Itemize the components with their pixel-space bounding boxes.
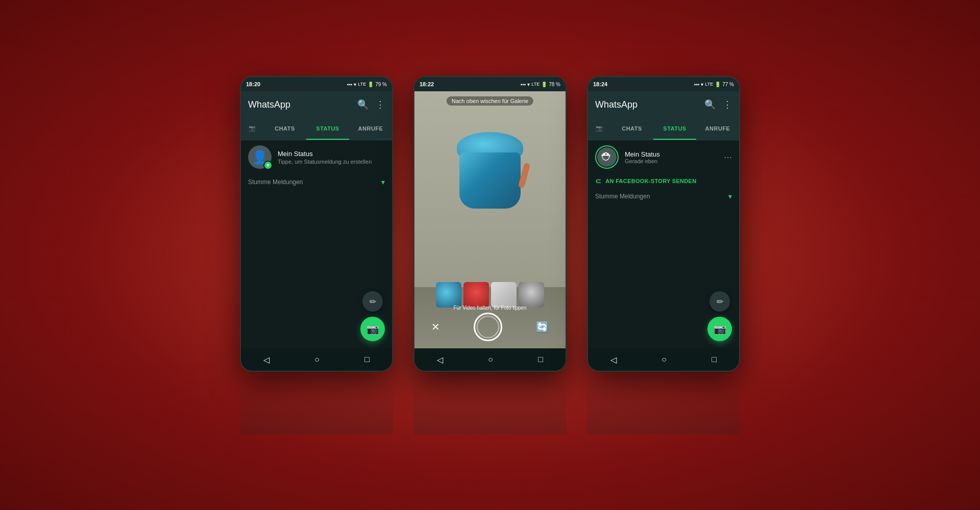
thumb-red[interactable] [463, 282, 489, 308]
camera-controls: ✕ 🔄 [414, 313, 566, 341]
app-bar-left: WhatsApp 🔍 ⋮ [241, 91, 392, 118]
status-icons-left: ▪▪▪ ▾ LTE 🔋 79 % [347, 82, 387, 87]
tab-camera-left[interactable]: 📷 [241, 118, 263, 140]
camera-tab-icon-right: 📷 [596, 125, 603, 132]
content-right: ⛑ Mein Status Gerade eben ⋯ ⊂ AN FACEBOO… [588, 140, 739, 348]
phone-right-wrapper: 18:24 ▪▪▪ ▾ LTE 🔋 77 % WhatsApp 🔍 ⋮ 📷 CH [587, 76, 740, 434]
phone-right: 18:24 ▪▪▪ ▾ LTE 🔋 77 % WhatsApp 🔍 ⋮ 📷 CH [587, 76, 740, 372]
app-bar-icons-left: 🔍 ⋮ [357, 99, 385, 110]
tab-anrufe-right[interactable]: ANRUFE [696, 118, 739, 140]
recents-btn-right[interactable]: □ [712, 355, 717, 364]
camera-view[interactable]: Nach oben wischen für Galerie Für Video … [414, 91, 566, 348]
nav-bar-right: ◁ ○ □ [588, 348, 739, 371]
stool-body [459, 152, 521, 209]
nav-bar-left: ◁ ○ □ [241, 348, 392, 371]
status-icons-right: ▪▪▪ ▾ LTE 🔋 77 % [694, 82, 734, 87]
camera-tab-icon-left: 📷 [249, 125, 256, 132]
tab-chats-right[interactable]: CHATS [610, 118, 653, 140]
back-btn-left[interactable]: ◁ [263, 355, 270, 365]
tab-anrufe-left[interactable]: ANRUFE [349, 118, 392, 140]
fab-pencil-right[interactable]: ✏ [709, 291, 730, 312]
phone-left-reflection [240, 373, 393, 434]
muted-section-left[interactable]: Stumme Meldungen ▾ [241, 174, 392, 190]
shutter-inner [477, 316, 499, 338]
thumb-white[interactable] [491, 282, 517, 308]
tabs-left: 📷 CHATS STATUS ANRUFE [241, 118, 392, 140]
lte-icon: LTE [358, 82, 366, 87]
swipe-hint: Nach oben wischen für Galerie [447, 96, 533, 106]
status-icons-middle: ▪▪▪ ▾ LTE 🔋 78 % [521, 82, 560, 87]
flash-icon[interactable]: ✕ [431, 321, 440, 333]
chevron-icon-right: ▾ [728, 192, 732, 200]
app-bar-right: WhatsApp 🔍 ⋮ [588, 91, 739, 118]
status-bar-right: 18:24 ▪▪▪ ▾ LTE 🔋 77 % [588, 77, 739, 91]
phone-middle: 18:22 ▪▪▪ ▾ LTE 🔋 78 % [413, 76, 567, 372]
battery-pct-middle: 78 % [549, 82, 560, 87]
status-name-right: Mein Status [625, 150, 718, 158]
phone-left-wrapper: 18:20 ▪▪▪ ▾ LTE 🔋 79 % WhatsApp 🔍 ⋮ 📷 CH [240, 76, 393, 434]
phone-middle-wrapper: 18:22 ▪▪▪ ▾ LTE 🔋 78 % [413, 76, 567, 434]
video-hint: Für Video halten, für Foto tippen [453, 305, 526, 311]
battery-pct-right: 77 % [722, 82, 734, 87]
lte-icon-m: LTE [531, 82, 540, 87]
time-right: 18:24 [593, 81, 607, 87]
recents-btn-left[interactable]: □ [364, 355, 370, 364]
status-bar-left: 18:20 ▪▪▪ ▾ LTE 🔋 79 % [241, 77, 392, 91]
home-btn-left[interactable]: ○ [314, 355, 320, 364]
app-bar-icons-right: 🔍 ⋮ [704, 99, 732, 110]
phone-left: 18:20 ▪▪▪ ▾ LTE 🔋 79 % WhatsApp 🔍 ⋮ 📷 CH [240, 76, 393, 372]
recents-btn-middle[interactable]: □ [538, 355, 543, 364]
phone-middle-reflection [413, 373, 567, 434]
thumb-gray[interactable] [519, 282, 544, 308]
fab-area-right: ✏ 📷 [707, 291, 732, 341]
avatar-inner-right: ⛑ [597, 147, 617, 167]
battery-icon-r: 🔋 [715, 82, 721, 87]
wifi-icon: ▾ [354, 82, 356, 87]
muted-section-right[interactable]: Stumme Meldungen ▾ [588, 188, 739, 205]
signal-icon-m: ▪▪▪ [521, 82, 526, 87]
flip-camera-icon[interactable]: 🔄 [536, 321, 549, 333]
battery-pct-left: 79 % [375, 82, 387, 87]
add-status-btn-left[interactable]: + [263, 161, 273, 170]
fb-link-label: AN FACEBOOK-STORY SENDEN [605, 178, 696, 184]
content-left: 👤 + Mein Status Tippe, um Statusmeldung … [241, 140, 392, 348]
status-text-left: Mein Status Tippe, um Statusmeldung zu e… [278, 150, 372, 165]
signal-icon-r: ▪▪▪ [694, 82, 700, 87]
thumb-blue[interactable] [436, 282, 461, 308]
my-status-item-right[interactable]: ⛑ Mein Status Gerade eben ⋯ [588, 140, 739, 174]
status-subtitle-left: Tippe, um Statusmeldung zu erstellen [278, 159, 372, 165]
shutter-btn[interactable] [474, 313, 502, 341]
home-btn-right[interactable]: ○ [662, 355, 667, 364]
lte-icon-r: LTE [705, 82, 713, 87]
menu-icon-left[interactable]: ⋮ [376, 99, 385, 110]
stool [457, 132, 523, 214]
menu-icon-right[interactable]: ⋮ [723, 99, 732, 110]
tab-camera-right[interactable]: 📷 [588, 118, 610, 140]
fab-camera-left[interactable]: 📷 [360, 317, 385, 341]
phone-right-reflection [587, 373, 740, 434]
battery-icon-m: 🔋 [541, 82, 547, 87]
my-status-item-left[interactable]: 👤 + Mein Status Tippe, um Statusmeldung … [241, 140, 392, 174]
back-btn-middle[interactable]: ◁ [437, 355, 443, 365]
fb-story-link[interactable]: ⊂ AN FACEBOOK-STORY SENDEN [588, 174, 739, 188]
home-btn-middle[interactable]: ○ [488, 355, 493, 364]
avatar-wrap-left: 👤 + [248, 145, 272, 169]
app-title-left: WhatsApp [248, 99, 290, 110]
dots-icon-right[interactable]: ⋯ [724, 152, 732, 162]
app-title-right: WhatsApp [595, 99, 638, 110]
search-icon-right[interactable]: 🔍 [704, 99, 716, 110]
helmet-icon: ⛑ [601, 150, 612, 164]
tab-chats-left[interactable]: CHATS [263, 118, 306, 140]
back-btn-right[interactable]: ◁ [610, 355, 617, 365]
signal-icon: ▪▪▪ [347, 82, 353, 87]
share-icon: ⊂ [595, 177, 601, 185]
fab-camera-right[interactable]: 📷 [707, 317, 732, 341]
battery-icon: 🔋 [368, 82, 374, 87]
tab-status-right[interactable]: STATUS [653, 118, 696, 140]
search-icon-left[interactable]: 🔍 [357, 99, 369, 110]
fab-pencil-left[interactable]: ✏ [362, 291, 383, 312]
status-subtitle-right: Gerade eben [625, 158, 718, 164]
status-text-right: Mein Status Gerade eben [625, 150, 718, 164]
tab-status-left[interactable]: STATUS [306, 118, 349, 140]
status-name-left: Mein Status [278, 150, 372, 158]
